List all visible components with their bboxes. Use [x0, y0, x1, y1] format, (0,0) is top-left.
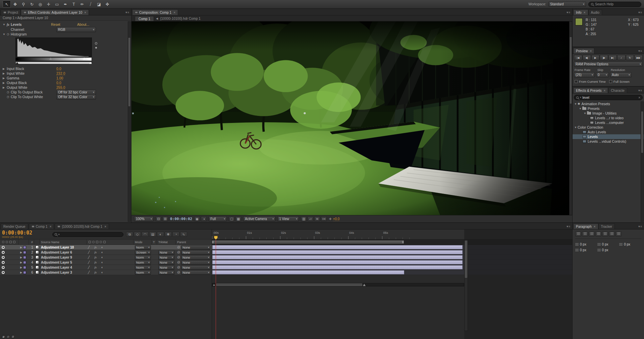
puppet-pin-tool[interactable]: ✜: [103, 1, 111, 8]
next-frame-button[interactable]: |▶: [600, 55, 608, 60]
panel-menu-icon[interactable]: ▾≡: [638, 49, 644, 54]
justify-last-left-button[interactable]: [595, 231, 601, 236]
layer-duration-bar[interactable]: [212, 250, 463, 254]
layer-row[interactable]: ▶ 6 Adjustment Layer 3 ╱ fx ◐ Norm▾: [0, 270, 212, 275]
levels-input-ramp[interactable]: [15, 57, 92, 61]
transfer-controls-toggle-icon[interactable]: ◎: [6, 335, 10, 338]
label-color-swatch[interactable]: [23, 256, 26, 259]
twirl-down-icon[interactable]: ▼: [574, 126, 578, 129]
twirl-right-icon[interactable]: ▶: [20, 266, 22, 269]
adjustment-switch-icon[interactable]: ◐: [101, 256, 103, 259]
fast-preview-icon[interactable]: ≋: [314, 216, 320, 221]
grid-guides-icon[interactable]: ⊞: [162, 216, 168, 221]
field-value[interactable]: 0 px: [602, 243, 608, 246]
mask-shape-tool[interactable]: ▭: [53, 1, 61, 8]
composition-mini-flowchart-icon[interactable]: ⧉: [126, 232, 133, 237]
pickwhip-icon[interactable]: @: [177, 246, 180, 249]
label-color-swatch[interactable]: [23, 251, 26, 254]
quality-switch-icon[interactable]: ╱: [88, 266, 90, 269]
space-after-field[interactable]: 0 px: [597, 248, 620, 252]
pickwhip-icon[interactable]: @: [177, 256, 180, 259]
visibility-eye-icon[interactable]: [2, 266, 5, 269]
twirl-right-icon[interactable]: ▶: [20, 246, 22, 249]
parent-dropdown[interactable]: None▾: [181, 270, 211, 275]
visibility-eye-icon[interactable]: [2, 256, 5, 259]
transparency-grid-icon[interactable]: ▦: [235, 216, 241, 221]
trkmat-dropdown[interactable]: None▾: [158, 250, 174, 255]
tree-item-levels-to-video[interactable]: Levels ...r to video: [573, 116, 644, 120]
layer-row[interactable]: ▶ 3 Adjustment Layer 9 ╱ fx ◐ Norm▾: [0, 255, 212, 260]
clip-black-dropdown[interactable]: Off for 32 bpc Color▾: [56, 90, 96, 95]
output-white-slider[interactable]: [89, 62, 92, 64]
draft-3d-icon[interactable]: ◇: [134, 232, 141, 237]
effects-search[interactable]: ▾ level ×: [574, 95, 643, 100]
view-layout-dropdown[interactable]: 1 View▾: [277, 216, 299, 221]
field-value[interactable]: 0 px: [602, 248, 608, 252]
pickwhip-icon[interactable]: @: [177, 266, 180, 269]
effects-switch-icon[interactable]: fx: [94, 261, 97, 264]
pixel-aspect-icon[interactable]: ▱: [308, 216, 313, 221]
tab-project[interactable]: Project: [1, 9, 21, 15]
panel-menu-icon[interactable]: ▾≡: [125, 11, 131, 15]
tab-tracker[interactable]: Tracker: [598, 223, 615, 229]
blend-mode-dropdown[interactable]: Norm▾: [135, 245, 151, 250]
about-button[interactable]: About...: [77, 22, 89, 26]
effects-search-value[interactable]: level: [583, 96, 590, 99]
timeline-search[interactable]: ▾: [52, 232, 123, 237]
histogram-option-icons[interactable]: [95, 42, 97, 49]
exposure-control[interactable]: ✛ +0.0: [329, 217, 339, 221]
twirl-right-icon[interactable]: ▶: [3, 67, 7, 70]
parent-dropdown[interactable]: None▾: [181, 260, 211, 265]
quality-switch-icon[interactable]: ╱: [88, 271, 90, 274]
justify-all-button[interactable]: [615, 231, 622, 236]
effects-switch-icon[interactable]: fx: [94, 251, 97, 254]
close-icon[interactable]: ×: [604, 89, 606, 92]
column-parent[interactable]: Parent: [176, 240, 212, 245]
tab-comp-1[interactable]: Comp 1 ×: [29, 223, 54, 229]
clear-search-icon[interactable]: ×: [638, 96, 640, 99]
layer-name[interactable]: Adjustment Layer 5: [41, 261, 72, 264]
indent-right-field[interactable]: 0 px: [619, 243, 641, 246]
quality-switch-icon[interactable]: ╱: [88, 261, 90, 264]
input-black-slider[interactable]: [16, 57, 18, 60]
first-frame-button[interactable]: |◀: [574, 55, 582, 60]
adjustment-switch-icon[interactable]: ◐: [101, 246, 103, 249]
visibility-eye-icon[interactable]: [2, 246, 5, 249]
close-icon[interactable]: ×: [590, 49, 592, 53]
tab-info[interactable]: Info×: [573, 9, 588, 15]
tree-item-levels-individual-controls[interactable]: Levels ...vidual Controls): [573, 139, 644, 144]
ram-preview-button[interactable]: ▶▶: [634, 55, 643, 60]
panel-menu-icon[interactable]: ▾≡: [567, 11, 572, 15]
scroll-thumb[interactable]: [216, 283, 362, 286]
adjustment-switch-icon[interactable]: ◐: [101, 251, 103, 254]
close-icon[interactable]: ×: [584, 11, 586, 14]
layer-row[interactable]: ▶ 4 Adjustment Layer 5 ╱ fx ◐ Norm▾: [0, 260, 212, 265]
pickwhip-icon[interactable]: @: [177, 251, 180, 254]
twirl-down-icon[interactable]: ▼: [3, 33, 7, 36]
input-white-slider[interactable]: [83, 57, 86, 60]
timeline-vertical-scrollbar[interactable]: [464, 240, 468, 331]
current-timecode[interactable]: 0:00:00:02: [2, 230, 50, 235]
effects-presets-scrollbar[interactable]: [641, 101, 644, 222]
resolution-preview-dropdown[interactable]: Auto▾: [610, 72, 632, 77]
layer-duration-bar[interactable]: [212, 270, 404, 274]
audio-button[interactable]: ♪: [617, 55, 626, 60]
panel-menu-icon[interactable]: ▾≡: [567, 225, 572, 229]
blend-mode-dropdown[interactable]: Norm▾: [135, 270, 151, 275]
magnification-dropdown[interactable]: 100%▾: [134, 216, 154, 221]
levels-histogram[interactable]: [15, 38, 92, 64]
viewer-scrollbar[interactable]: [569, 21, 572, 215]
twirl-down-icon[interactable]: ▼: [574, 103, 578, 106]
parent-dropdown[interactable]: None▾: [181, 250, 211, 255]
workspace-dropdown[interactable]: Standard▾: [548, 2, 586, 7]
column-trkmat[interactable]: TrkMat: [157, 240, 176, 245]
close-icon[interactable]: ×: [84, 11, 86, 14]
resolution-dropdown[interactable]: Full▾: [209, 216, 227, 221]
layer-duration-bar[interactable]: [212, 255, 463, 259]
from-current-time-checkbox[interactable]: [575, 80, 578, 83]
zoom-tool[interactable]: ⚲: [19, 1, 28, 8]
unified-camera-tool[interactable]: ◎: [36, 1, 44, 8]
column-number[interactable]: #: [29, 240, 34, 245]
brush-tool[interactable]: ✏: [78, 1, 86, 8]
blend-mode-dropdown[interactable]: Screen▾: [135, 250, 151, 255]
